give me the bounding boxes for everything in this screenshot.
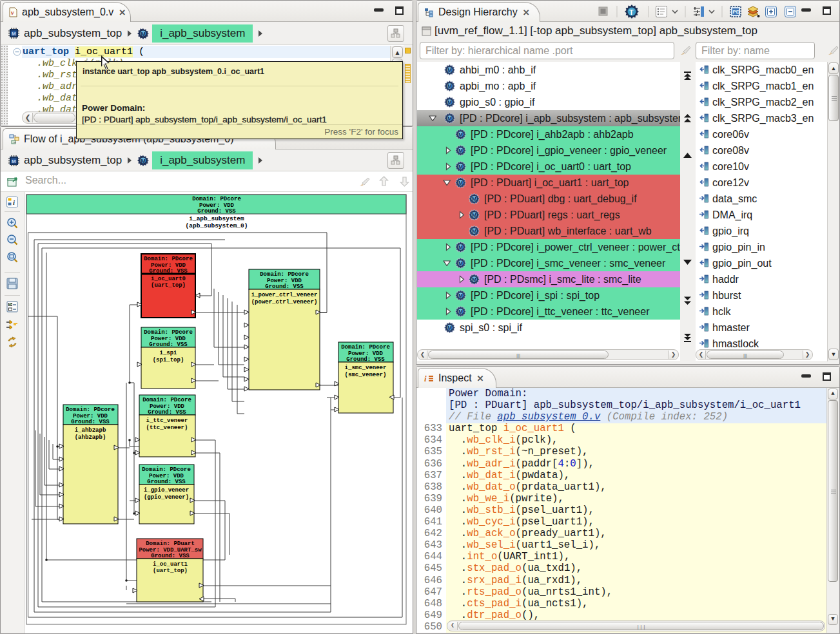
svg-text:Ground: VSS: Ground: VSS — [197, 208, 236, 215]
svg-text:i_smc_veneer: i_smc_veneer — [345, 365, 387, 371]
svg-text:(ahb2apb): (ahb2apb) — [75, 434, 106, 441]
svg-text:Ground: VSS: Ground: VSS — [148, 409, 186, 416]
svg-text:Ground: VSS: Ground: VSS — [346, 356, 385, 363]
svg-text:Ground: VSS: Ground: VSS — [149, 341, 188, 348]
svg-text:i_ahb2apb: i_ahb2apb — [75, 427, 106, 434]
svg-text:i_oc_uart1: i_oc_uart1 — [153, 561, 188, 568]
svg-text:(uart_top): (uart_top) — [151, 282, 186, 289]
svg-text:Ground: VSS: Ground: VSS — [147, 479, 186, 485]
svg-text:i_power_ctrl_veneer: i_power_ctrl_veneer — [251, 292, 318, 298]
svg-text:Domain: PDcore: Domain: PDcore — [144, 256, 193, 262]
svg-text:Ground: VSS: Ground: VSS — [265, 283, 304, 290]
svg-text:(gpio_veneer): (gpio_veneer) — [144, 494, 189, 501]
svg-text:M: M — [12, 158, 16, 164]
svg-text:i_spi: i_spi — [159, 350, 177, 356]
svg-text:v: v — [11, 8, 14, 16]
svg-text:(power_ctrl_veneer): (power_ctrl_veneer) — [251, 299, 318, 305]
svg-text:Ground: VSS: Ground: VSS — [151, 553, 190, 559]
svg-text:Domain: PDcore: Domain: PDcore — [260, 271, 309, 278]
svg-text:i_oc_uart0: i_oc_uart0 — [151, 276, 186, 282]
svg-text:M: M — [12, 31, 16, 37]
svg-text:(uart_top): (uart_top) — [153, 568, 188, 574]
svg-text:(spi_top): (spi_top) — [153, 357, 184, 363]
svg-text:Ground: VSS: Ground: VSS — [71, 419, 110, 425]
svg-text:i_gpio_veneer: i_gpio_veneer — [144, 487, 189, 494]
svg-text:Ground: VSS: Ground: VSS — [149, 268, 188, 274]
svg-text:M: M — [141, 30, 146, 37]
svg-text:(apb_subsystem_0): (apb_subsystem_0) — [186, 222, 248, 229]
svg-text:M: M — [141, 158, 146, 164]
svg-text:T: T — [629, 8, 634, 16]
svg-text:Domain: PDcore: Domain: PDcore — [142, 466, 191, 473]
svg-text:Domain: PDcore: Domain: PDcore — [66, 407, 115, 413]
svg-text:Domain: PDcore: Domain: PDcore — [192, 196, 241, 202]
svg-text:Domain: PDcore: Domain: PDcore — [144, 329, 193, 336]
svg-text:Domain: PDuart: Domain: PDuart — [146, 541, 195, 547]
svg-text:(ttc_veneer): (ttc_veneer) — [146, 425, 188, 431]
svg-text:PD: PD — [733, 9, 740, 15]
svg-text:(smc_veneer): (smc_veneer) — [345, 372, 387, 378]
svg-text:Domain: PDcore: Domain: PDcore — [142, 397, 191, 403]
svg-text:i: i — [424, 374, 427, 383]
svg-text:Domain: PDcore: Domain: PDcore — [341, 344, 390, 351]
svg-text:i_ttc_veneer: i_ttc_veneer — [146, 418, 188, 424]
svg-text:i_apb_subsystem: i_apb_subsystem — [189, 215, 244, 222]
